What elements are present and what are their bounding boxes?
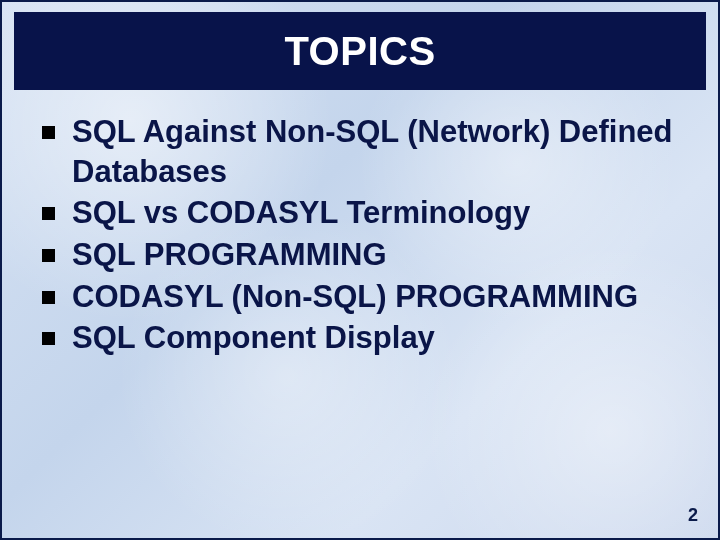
list-item: SQL Against Non-SQL (Network) Defined Da… xyxy=(36,112,684,191)
slide-title: TOPICS xyxy=(284,29,435,74)
list-item: SQL vs CODASYL Terminology xyxy=(36,193,684,233)
slide: TOPICS SQL Against Non-SQL (Network) Def… xyxy=(0,0,720,540)
list-item: CODASYL (Non-SQL) PROGRAMMING xyxy=(36,277,684,317)
title-bar: TOPICS xyxy=(14,12,706,90)
page-number: 2 xyxy=(688,505,698,526)
list-item: SQL PROGRAMMING xyxy=(36,235,684,275)
content-area: SQL Against Non-SQL (Network) Defined Da… xyxy=(2,90,718,358)
list-item: SQL Component Display xyxy=(36,318,684,358)
topics-list: SQL Against Non-SQL (Network) Defined Da… xyxy=(36,112,684,358)
